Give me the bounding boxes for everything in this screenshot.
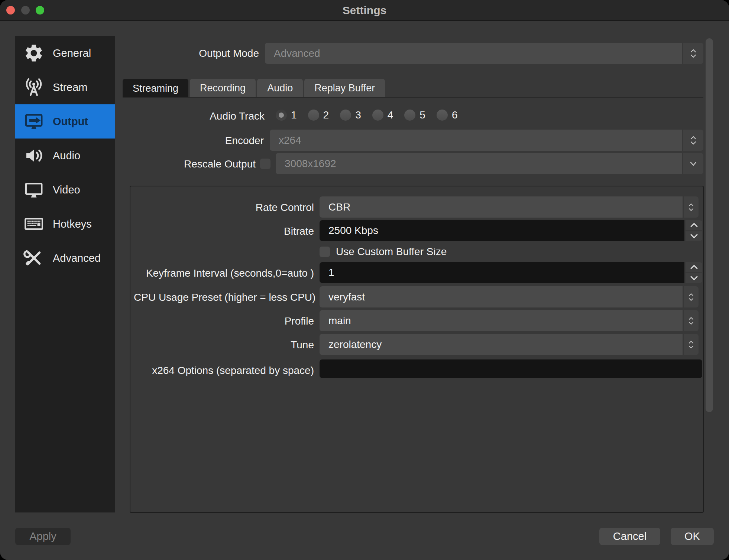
tab-streaming[interactable]: Streaming <box>123 79 188 98</box>
sidebar-item-advanced[interactable]: Advanced <box>15 241 115 275</box>
x264-options-input[interactable] <box>320 359 702 378</box>
sidebar: General Stream Output <box>15 36 115 512</box>
radio-label: 2 <box>323 109 329 121</box>
audio-track-radio-5[interactable] <box>404 110 415 121</box>
window-title: Settings <box>0 4 729 17</box>
tune-value: zerolatency <box>320 334 683 355</box>
use-custom-buffer-checkbox[interactable] <box>320 247 330 257</box>
sidebar-item-label: Hotkeys <box>53 218 92 230</box>
gear-icon <box>23 42 45 64</box>
rescale-output-label: Rescale Output <box>123 158 256 170</box>
sidebar-item-hotkeys[interactable]: Hotkeys <box>15 207 115 241</box>
spin-up-button[interactable] <box>686 220 702 230</box>
chevron-updown-icon <box>683 43 703 64</box>
tab-pane-border <box>123 97 703 98</box>
sidebar-item-stream[interactable]: Stream <box>15 70 115 104</box>
chevron-updown-icon <box>684 196 699 218</box>
tab-recording[interactable]: Recording <box>190 79 256 97</box>
radio-label: 4 <box>388 109 393 121</box>
keyframe-interval-value: 1 <box>320 262 684 283</box>
sidebar-item-audio[interactable]: Audio <box>15 139 115 173</box>
audio-track-radio-1[interactable] <box>276 110 287 121</box>
output-tab-bar: Streaming Recording Audio Replay Buffer <box>123 79 385 98</box>
output-mode-value: Advanced <box>265 43 682 64</box>
keyframe-interval-spinbox[interactable]: 1 <box>320 262 702 283</box>
rate-control-label: Rate Control <box>134 201 314 214</box>
bitrate-value: 2500 Kbps <box>320 220 684 241</box>
rescale-output-select[interactable]: 3008x1692 <box>276 153 703 174</box>
profile-label: Profile <box>134 315 314 328</box>
cpu-usage-preset-select[interactable]: veryfast <box>320 286 699 307</box>
rate-control-value: CBR <box>320 196 683 218</box>
sidebar-item-output[interactable]: Output <box>15 104 115 139</box>
radio-label: 1 <box>291 109 297 121</box>
rate-control-select[interactable]: CBR <box>320 196 699 218</box>
use-custom-buffer-label: Use Custom Buffer Size <box>336 246 447 258</box>
chevron-down-icon <box>683 153 703 174</box>
audio-track-radio-4[interactable] <box>372 110 383 121</box>
keyframe-interval-label: Keyframe Interval (seconds,0=auto ) <box>134 267 314 280</box>
sidebar-item-label: Stream <box>53 81 87 94</box>
audio-track-radios: 1 2 3 4 5 6 <box>276 109 457 121</box>
chevron-updown-icon <box>684 334 699 355</box>
broadcast-icon <box>23 76 45 98</box>
display-arrow-icon <box>23 111 45 132</box>
ok-button[interactable]: OK <box>671 528 714 545</box>
encoder-value: x264 <box>270 130 682 151</box>
encoder-label: Encoder <box>123 134 264 147</box>
sidebar-item-label: Advanced <box>53 252 101 264</box>
keyboard-icon <box>23 213 45 235</box>
sidebar-item-general[interactable]: General <box>15 36 115 70</box>
output-mode-select[interactable]: Advanced <box>265 43 703 64</box>
tab-replay-buffer[interactable]: Replay Buffer <box>304 79 385 97</box>
radio-label: 5 <box>419 109 425 121</box>
tools-icon <box>23 247 45 269</box>
sidebar-item-label: Output <box>53 115 88 128</box>
encoder-select[interactable]: x264 <box>270 130 703 151</box>
tune-label: Tune <box>134 339 314 351</box>
bitrate-label: Bitrate <box>134 225 314 238</box>
rescale-output-value: 3008x1692 <box>276 153 682 174</box>
sidebar-item-label: Audio <box>53 150 80 162</box>
apply-button[interactable]: Apply <box>15 528 71 545</box>
speaker-icon <box>23 145 45 166</box>
cpu-usage-preset-label: CPU Usage Preset (higher = less CPU) <box>134 291 314 304</box>
radio-label: 3 <box>355 109 361 121</box>
rescale-output-checkbox[interactable] <box>260 159 270 169</box>
cpu-usage-preset-value: veryfast <box>320 286 683 307</box>
sidebar-item-label: General <box>53 47 91 59</box>
profile-value: main <box>320 310 683 331</box>
x264-options-label: x264 Options (separated by space) <box>134 364 314 377</box>
sidebar-item-label: Video <box>53 184 80 196</box>
audio-track-radio-3[interactable] <box>340 110 351 121</box>
spin-down-button[interactable] <box>686 231 702 241</box>
radio-label: 6 <box>452 109 458 121</box>
audio-track-radio-2[interactable] <box>308 110 319 121</box>
spin-down-button[interactable] <box>686 273 702 283</box>
spin-up-button[interactable] <box>686 262 702 272</box>
chevron-updown-icon <box>684 286 699 307</box>
audio-track-label: Audio Track <box>123 110 265 123</box>
profile-select[interactable]: main <box>320 310 699 331</box>
monitor-icon <box>23 179 45 201</box>
tune-select[interactable]: zerolatency <box>320 334 699 355</box>
output-mode-label: Output Mode <box>123 47 259 60</box>
settings-window: Settings General Stream <box>0 0 729 560</box>
bitrate-spinbox[interactable]: 2500 Kbps <box>320 220 702 241</box>
chevron-updown-icon <box>683 130 703 151</box>
sidebar-item-video[interactable]: Video <box>15 173 115 207</box>
cancel-button[interactable]: Cancel <box>599 528 660 545</box>
title-bar: Settings <box>0 0 729 21</box>
chevron-updown-icon <box>684 310 699 331</box>
tab-audio[interactable]: Audio <box>257 79 303 97</box>
vertical-scrollbar-thumb[interactable] <box>706 38 713 412</box>
audio-track-radio-6[interactable] <box>437 110 448 121</box>
